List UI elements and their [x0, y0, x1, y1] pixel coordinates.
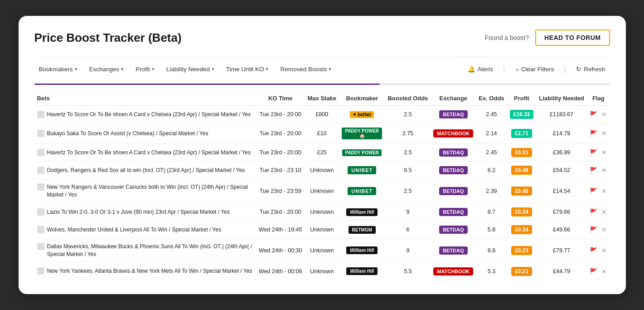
bet-cell: Dallas Mavericks, Milwaukee Bucks & Phoe…	[34, 239, 256, 263]
liability-cell: £36.99	[536, 144, 587, 162]
exchange-cell: BETDAQ	[431, 144, 476, 162]
max-stake-cell: Unknown	[305, 221, 339, 239]
header-right: Found a boost? HEAD TO FORUM	[485, 30, 610, 46]
profit-badge: £0.23	[511, 246, 532, 255]
williamhill-logo: William Hill	[346, 208, 378, 216]
profit-badge: £2.71	[511, 129, 532, 138]
close-icon[interactable]: ✕	[601, 247, 607, 254]
header-divider	[34, 56, 610, 56]
chevron-down-icon: ▾	[121, 66, 124, 72]
table-row: Bukayo Saka To Score Or Assist (v Chelse…	[34, 123, 610, 144]
liability-cell: £44.79	[536, 262, 587, 280]
close-icon[interactable]: ✕	[601, 268, 607, 275]
bookmaker-cell: PADDY POWER	[339, 144, 385, 162]
bet-icon	[37, 208, 44, 216]
flag-icon[interactable]: 🚩	[590, 226, 597, 233]
flag-icon[interactable]: 🚩	[590, 247, 597, 254]
ex-odds-cell: 2.14	[476, 123, 507, 144]
max-stake-cell: Unknown	[305, 179, 339, 203]
col-flag: Flag	[587, 91, 610, 106]
flag-icon[interactable]: 🚩	[590, 208, 597, 216]
actions-cell: 🚩 ✕	[587, 221, 610, 239]
bet-text: Havertz To Score Or To Be shoen A Card v…	[47, 111, 253, 118]
exchange-cell: BETDAQ	[431, 179, 476, 203]
liability-cell: £14.54	[536, 179, 587, 203]
separator: |	[503, 64, 505, 74]
chevron-down-icon: ▾	[75, 66, 77, 72]
chevron-down-icon: ▾	[329, 66, 331, 72]
flag-icon[interactable]: 🚩	[590, 149, 597, 156]
profit-filter[interactable]: Profit ▾	[131, 63, 159, 75]
flag-icon[interactable]: 🚩	[590, 130, 597, 137]
bet-icon	[37, 183, 44, 191]
ko-time-cell: Tue 23rd - 20:00	[256, 144, 305, 162]
alerts-button[interactable]: 🔔 Alerts	[463, 63, 498, 75]
bet-text: Dodgers, Rangers & Red Sox all to win (I…	[47, 167, 253, 174]
bet-cell: Wolves, Manchester United & Liverpool Al…	[34, 221, 256, 239]
paddypower-logo: PADDY POWER 🏠	[342, 128, 382, 139]
profit-cell: £0.51	[507, 144, 537, 162]
ko-time-cell: Wed 24th - 00:06	[256, 262, 305, 280]
close-icon[interactable]: ✕	[601, 187, 607, 195]
unibet-logo: UNIBET	[348, 166, 376, 174]
exchange-badge: MATCHBOOK	[433, 267, 473, 276]
exchange-badge: BETDAQ	[439, 148, 467, 157]
bet-text: New York Rangers & Vancouver Canucks bot…	[47, 183, 253, 199]
profit-badge: £0.51	[511, 148, 532, 157]
williamhill-logo: William Hill	[346, 267, 378, 275]
max-stake-cell: £10	[305, 123, 339, 144]
bet-cell: Havertz To Score Or To Be shoen A Card v…	[34, 144, 256, 162]
flag-icon[interactable]: 🚩	[590, 268, 597, 275]
actions-cell: 🚩 ✕	[587, 144, 610, 162]
removed-boosts-filter[interactable]: Removed Boosts ▾	[276, 63, 336, 75]
bookmakers-filter[interactable]: Bookmakers ▾	[34, 63, 82, 75]
forum-button[interactable]: HEAD TO FORUM	[535, 30, 610, 46]
clear-filters-button[interactable]: ⬦ Clear Filters	[511, 63, 559, 75]
liability-cell: £79.77	[536, 239, 587, 263]
exchange-badge: MATCHBOOK	[433, 129, 473, 138]
bet-text: Wolves, Manchester United & Liverpool Al…	[47, 226, 253, 234]
boosted-odds-cell: 5.5	[385, 262, 431, 280]
separator: |	[564, 64, 567, 74]
actions-cell: 🚩 ✕	[587, 262, 610, 280]
col-profit: Profit	[507, 91, 537, 106]
close-icon[interactable]: ✕	[601, 208, 607, 216]
time-ko-filter[interactable]: Time Until KO ▾	[222, 63, 273, 75]
flag-icon[interactable]: 🚩	[590, 167, 597, 174]
filters-bar: Bookmakers ▾ Exchanges ▾ Profit ▾ Liabil…	[34, 63, 610, 75]
bookmaker-cell: PADDY POWER 🏠	[339, 123, 385, 144]
profit-badge: £16.33	[510, 110, 534, 119]
exchange-badge: BETDAQ	[439, 187, 467, 195]
close-icon[interactable]: ✕	[601, 111, 607, 118]
bet-icon	[37, 149, 44, 156]
bet-icon	[37, 167, 44, 174]
table-row: New York Yankees, Atlanta Braves & New Y…	[34, 262, 610, 280]
bet-cell: Lazio To Win 2-0, 3-0 Or 3-1 v Juve (90 …	[34, 203, 256, 221]
refresh-button[interactable]: ↻ Refresh	[571, 63, 610, 75]
close-icon[interactable]: ✕	[601, 226, 607, 233]
col-ko-time: KO Time	[256, 91, 305, 106]
ex-odds-cell: 2.45	[476, 106, 507, 123]
boosted-odds-cell: 2.75	[385, 123, 431, 144]
bookmaker-cell: UNIBET	[339, 179, 385, 203]
boosted-odds-cell: 6	[385, 221, 431, 239]
progress-bar	[34, 84, 380, 85]
bets-table-container: Bets KO Time Max Stake Bookmaker Boosted…	[34, 91, 610, 280]
bet-cell: New York Yankees, Atlanta Braves & New Y…	[34, 262, 256, 280]
flag-icon[interactable]: 🚩	[590, 111, 597, 118]
close-icon[interactable]: ✕	[601, 167, 607, 174]
boosted-odds-cell: 2.5	[385, 106, 431, 123]
close-icon[interactable]: ✕	[601, 149, 607, 156]
close-icon[interactable]: ✕	[601, 130, 607, 137]
liability-filter[interactable]: Liability Needed ▾	[162, 63, 219, 75]
actions-cell: 🚩 ✕	[587, 123, 610, 144]
actions-cell: 🚩 ✕	[587, 162, 610, 179]
flag-icon[interactable]: 🚩	[590, 187, 597, 195]
boosted-odds-cell: 2.5	[385, 144, 431, 162]
main-card: Price Boost Tracker (Beta) Found a boost…	[19, 16, 626, 294]
bets-table: Bets KO Time Max Stake Bookmaker Boosted…	[34, 91, 610, 280]
exchanges-filter[interactable]: Exchanges ▾	[85, 63, 129, 75]
exchange-cell: BETDAQ	[431, 239, 476, 263]
bell-icon: 🔔	[468, 65, 475, 73]
betmgm-logo: BETMGM	[349, 226, 376, 234]
